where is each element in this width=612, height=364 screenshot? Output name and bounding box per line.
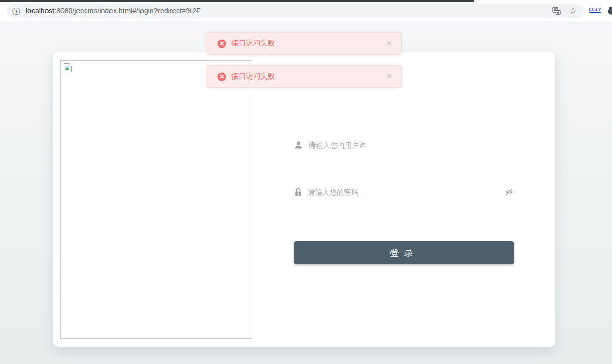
error-toast: 接口访问失败 × [206, 32, 402, 55]
extension-icon-partial[interactable] [607, 6, 612, 15]
site-info-icon[interactable]: ⓘ [12, 7, 20, 15]
error-circle-icon [217, 72, 226, 81]
toast-close-icon[interactable]: × [386, 72, 392, 81]
eye-off-icon [505, 188, 514, 196]
toast-close-icon[interactable]: × [386, 39, 392, 48]
error-circle-icon [217, 39, 226, 48]
login-banner-placeholder [60, 60, 252, 339]
url-path: :8080/jeecms/index.html#/login?redirect=… [54, 7, 201, 15]
password-input[interactable] [308, 188, 500, 196]
error-toast: 接口访问失败 × [206, 65, 402, 88]
user-icon [294, 141, 303, 149]
password-field [294, 182, 514, 202]
toast-message: 接口访问失败 [231, 72, 275, 81]
tabstrip-remnant-light [474, 0, 612, 2]
login-button[interactable]: 登录 [294, 241, 514, 264]
toast-message: 接口访问失败 [231, 39, 275, 48]
browser-toolbar: ⓘ localhost:8080/jeecms/index.html#/logi… [0, 0, 612, 21]
cctv-extension-icon[interactable]: CCTV [589, 7, 601, 13]
bookmark-star-icon[interactable]: ☆ [569, 6, 577, 15]
address-bar[interactable]: ⓘ localhost:8080/jeecms/index.html#/logi… [7, 4, 584, 18]
lock-icon [294, 188, 302, 196]
username-field [294, 135, 514, 155]
broken-image-icon [62, 62, 73, 75]
login-card: 登录 [53, 52, 555, 347]
url-text: localhost:8080/jeecms/index.html#/login?… [26, 7, 201, 15]
translate-icon[interactable] [552, 7, 561, 15]
password-visibility-toggle[interactable] [505, 188, 514, 196]
url-host: localhost [26, 7, 54, 15]
tabstrip-remnant-dark [0, 0, 474, 2]
username-input[interactable] [308, 141, 514, 149]
